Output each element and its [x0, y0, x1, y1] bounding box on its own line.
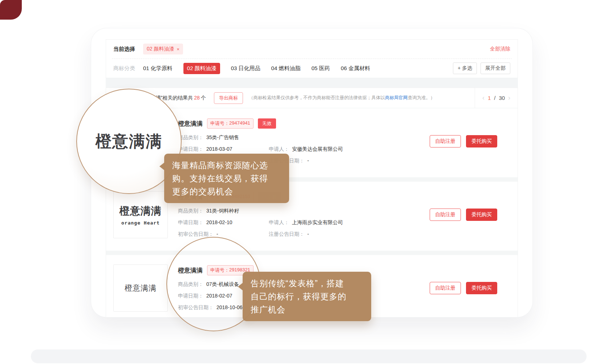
selected-filter-tag-text: 02 颜料油漆	[147, 46, 174, 52]
applicant-field-label: 申请人：	[269, 219, 289, 226]
results-disclaimer: （商标检索结果仅供参考，不作为商标能否注册的法律依据；具体以商标局官网查询为准。…	[249, 95, 435, 101]
application-number-value: 29474941	[229, 120, 250, 127]
expand-all-button[interactable]: 展开全部	[481, 62, 510, 74]
promo-tooltip-promotion: 告别传统“发表格”，搭建 自己的标行，获得更多的 推广机会	[243, 272, 371, 321]
applicant-field-value: 安徽美达会展有限公司	[292, 146, 343, 153]
trademark-office-link[interactable]: 商标局官网	[385, 95, 408, 100]
date-field-label: 申请日期：	[178, 146, 203, 153]
category-label: 商标分类	[113, 65, 135, 72]
field-line-category: 商品类别：31类-饲料种籽	[178, 208, 422, 214]
current-selection-row: 当前选择 02 颜料油漆 × 全部清除	[106, 40, 518, 58]
magnified-trademark-text: 橙意满满	[96, 131, 162, 152]
field-line-date-applicant: 申请日期：2018-03-07 申请人：安徽美达会展有限公司	[178, 146, 422, 153]
selected-filter-tag[interactable]: 02 颜料油漆 ×	[143, 44, 183, 54]
category-item-06[interactable]: 06 金属材料	[341, 65, 370, 72]
entrust-buy-button[interactable]: 委托购买	[466, 135, 497, 147]
promo-tooltip-marketplace: 海量精品商标资源随心选 购。支持在线交易，获得 更多的交易机会	[164, 154, 289, 203]
filter-panel: 当前选择 02 颜料油漆 × 全部清除 商标分类 01 化学原料 02 颜料油漆…	[106, 39, 518, 78]
category-field-label: 商品类别：	[178, 208, 203, 214]
field-line-date-applicant: 申请日期：2018-02-10 申请人：上海雨步实业有限公司	[178, 219, 422, 226]
title-line: 橙意满满 申请号：29474941 无效	[178, 118, 422, 129]
close-icon[interactable]: ×	[177, 46, 179, 52]
reg-pub-field-value: -	[307, 158, 309, 164]
export-trademarks-button[interactable]: 导出商标	[214, 92, 243, 104]
self-register-button[interactable]: 自助注册	[430, 135, 461, 147]
category-item-04[interactable]: 04 燃料油脂	[271, 65, 301, 72]
application-number-label: 申请号：	[210, 120, 229, 127]
trademark-image-subtext: orange Heart	[121, 220, 160, 226]
self-register-button[interactable]: 自助注册	[430, 209, 461, 221]
category-actions: + 多选 展开全部	[453, 62, 510, 74]
total-pages: 30	[499, 95, 505, 101]
current-selection-label: 当前选择	[113, 46, 135, 53]
laptop-base-bar	[31, 349, 587, 363]
summary-unit: 个	[201, 95, 206, 101]
first-pub-field-label: 初审公告日期：	[178, 231, 214, 238]
reg-pub-field-label: 注册公告日期：	[269, 231, 304, 238]
trademark-image: 橙意满满 orange Heart	[113, 191, 168, 238]
entrust-buy-button[interactable]: 委托购买	[466, 209, 497, 221]
entrust-buy-button[interactable]: 委托购买	[466, 282, 497, 294]
applicant-field-label: 申请人：	[269, 146, 289, 153]
row-actions: 自助注册 委托购买	[430, 135, 497, 147]
reg-pub-field-value: -	[307, 231, 309, 238]
corner-decoration	[0, 0, 22, 20]
date-field-label: 申请日期：	[178, 219, 203, 226]
category-row: 商标分类 01 化学原料 02 颜料油漆 03 日化用品 04 燃料油脂 05 …	[106, 59, 518, 78]
row-actions: 自助注册 委托购买	[430, 209, 497, 221]
category-item-02-selected[interactable]: 02 颜料油漆	[183, 63, 220, 74]
results-count: 28	[194, 95, 200, 101]
disclaimer-text-after: 查询为准。）	[408, 95, 435, 100]
date-field-value: 2018-03-07	[206, 146, 232, 153]
row-actions: 自助注册 委托购买	[430, 282, 497, 294]
category-item-01[interactable]: 01 化学原料	[143, 65, 173, 72]
date-field-value: 2018-02-10	[206, 219, 232, 226]
trademark-name: 橙意满满	[178, 120, 203, 128]
next-page-icon[interactable]: ›	[508, 94, 510, 102]
category-list: 01 化学原料 02 颜料油漆 03 日化用品 04 燃料油脂 05 医药 06…	[143, 63, 370, 74]
page-separator: /	[494, 95, 495, 101]
category-field-value: 31类-饲料种籽	[206, 208, 239, 214]
category-field-value: 35类-广告销售	[206, 134, 239, 141]
trademark-image-text: 橙意满满	[125, 283, 157, 293]
self-register-button[interactable]: 自助注册	[430, 282, 461, 294]
applicant-field-value: 上海雨步实业有限公司	[292, 219, 343, 226]
field-line-category: 商品类别：35类-广告销售	[178, 134, 422, 141]
results-header: 为您检索到“橙意满满”相关的结果共28个 导出商标 （商标检索结果仅供参考，不作…	[106, 88, 518, 108]
trademark-image-text: 橙意满满	[119, 204, 162, 218]
clear-all-link[interactable]: 全部清除	[490, 46, 510, 52]
current-page: 1	[488, 95, 491, 101]
category-field-label: 商品类别：	[178, 134, 203, 141]
category-item-05[interactable]: 05 医药	[311, 65, 330, 72]
category-item-03[interactable]: 03 日化用品	[231, 65, 260, 72]
row-separator	[106, 251, 518, 255]
panel-gap	[106, 78, 518, 88]
multi-select-button[interactable]: + 多选	[453, 62, 477, 74]
prev-page-icon[interactable]: ‹	[482, 94, 485, 102]
pagination: ‹ 1 / 30 ›	[475, 88, 518, 108]
status-badge: 无效	[258, 118, 276, 129]
disclaimer-text-before: （商标检索结果仅供参考，不作为商标能否注册的法律依据；具体以	[249, 95, 385, 100]
application-number-pill: 申请号：29474941	[207, 118, 254, 129]
trademark-image: 橙意满满	[113, 264, 168, 312]
